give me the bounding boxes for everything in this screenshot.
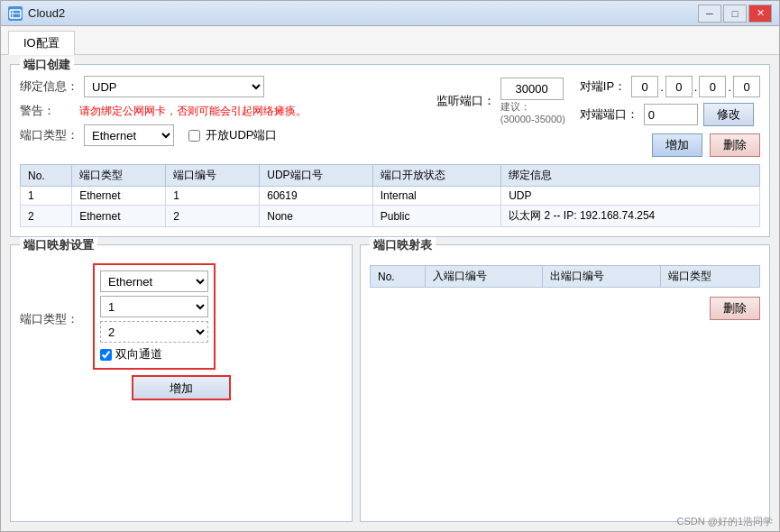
hint-text: 建议： (30000-35000) [500,100,565,124]
delete-mapping-button[interactable]: 删除 [710,297,760,320]
remote-ip-4[interactable] [733,76,760,97]
port-creation-title: 端口创建 [20,57,74,73]
cell-status: Public [372,206,501,227]
mapping-form: 端口类型： Ethernet 1 2 双向通道 增加 [20,263,343,400]
port-mapping-settings-title: 端口映射设置 [20,237,97,253]
remote-ip-3[interactable] [699,76,726,97]
warning-row: 警告： 请勿绑定公网网卡，否则可能会引起网络瘫痪。 [20,103,427,119]
map-col-no: No. [371,266,426,288]
remote-ip-row: 对端IP： . . . [580,76,760,97]
close-button[interactable]: ✕ [748,5,772,23]
bidirectional-row: 双向通道 [100,346,208,362]
cell-type: Ethernet [72,187,166,206]
mapping-type-select[interactable]: Ethernet [100,271,208,292]
open-udp-label: 开放UDP端口 [206,127,277,143]
tab-bar: IO配置 [1,26,779,55]
mapping-table: No. 入端口编号 出端口编号 端口类型 [370,265,760,288]
cell-udp: None [260,206,372,227]
watermark: CSDN @好的1浩同学 [676,515,773,528]
cell-status: Internal [372,187,501,206]
minimize-button[interactable]: ─ [698,5,721,23]
listen-port-row: 监听端口： 30000 建议： (30000-35000) 对端IP： . [436,76,760,126]
titlebar: Cloud2 ─ □ ✕ [1,1,779,26]
app-icon [8,6,23,21]
port-type-label: 端口类型： [20,127,78,143]
window-title: Cloud2 [28,6,698,20]
col-no: No. [21,165,72,187]
cell-bind: 以太网 2 -- IP: 192.168.74.254 [501,206,760,227]
main-content: 端口创建 绑定信息： UDP 警告： 请勿绑定公网网卡，否则可能会引起网络瘫痪。 [1,55,779,531]
listen-port-label: 监听端口： [436,93,495,109]
mapping-type-label: 端口类型： [20,306,87,327]
delete-port-button[interactable]: 删除 [710,133,760,157]
port-creation-right: 监听端口： 30000 建议： (30000-35000) 对端IP： . [436,76,760,157]
port-creation-main: 绑定信息： UDP 警告： 请勿绑定公网网卡，否则可能会引起网络瘫痪。 端口类型… [20,76,760,157]
cell-no: 2 [21,206,72,227]
remote-port-input[interactable] [644,104,698,125]
in-port-select[interactable]: 1 [100,296,208,317]
port-table: No. 端口类型 端口编号 UDP端口号 端口开放状态 绑定信息 1 Ether… [20,164,760,227]
warning-text: 请勿绑定公网网卡，否则可能会引起网络瘫痪。 [79,104,307,119]
port-mapping-settings-group: 端口映射设置 端口类型： Ethernet 1 2 双向通道 [10,244,353,522]
delete-mapping-container: 删除 [370,291,760,320]
mapping-type-row: 端口类型： Ethernet 1 2 双向通道 [20,263,343,370]
port-type-row: 端口类型： Ethernet 开放UDP端口 [20,124,427,146]
bidirectional-label: 双向通道 [115,346,162,362]
cell-number: 1 [166,187,260,206]
bidirectional-checkbox[interactable] [100,349,112,361]
port-type-select[interactable]: Ethernet [84,124,174,146]
add-mapping-container: 增加 [20,375,343,400]
col-type: 端口类型 [72,165,166,187]
listen-port-value: 30000 [500,78,564,100]
cell-type: Ethernet [72,206,166,227]
open-udp-checkbox[interactable] [188,130,200,142]
remote-ip-2[interactable] [665,76,693,97]
bind-info-select[interactable]: UDP [84,76,264,97]
warning-prefix: 警告： [20,103,74,119]
modify-button[interactable]: 修改 [703,103,754,126]
map-col-out: 出端口编号 [543,266,661,288]
cell-no: 1 [21,187,72,206]
cell-number: 2 [166,206,260,227]
col-udp: UDP端口号 [260,165,372,187]
col-status: 端口开放状态 [372,165,501,187]
main-window: Cloud2 ─ □ ✕ IO配置 端口创建 绑定信息： UDP [0,0,780,532]
titlebar-buttons: ─ □ ✕ [698,5,772,23]
mapping-inputs-box: Ethernet 1 2 双向通道 [93,263,216,370]
cell-bind: UDP [501,187,760,206]
map-col-in: 入端口编号 [425,266,543,288]
port-mapping-table-group: 端口映射表 No. 入端口编号 出端口编号 端口类型 删除 [360,244,770,522]
map-col-type: 端口类型 [660,266,759,288]
remote-port-row: 对端端口： 修改 [580,103,760,126]
port-mapping-table-title: 端口映射表 [370,237,436,253]
table-row[interactable]: 2 Ethernet 2 None Public 以太网 2 -- IP: 19… [21,206,760,227]
tab-io-config[interactable]: IO配置 [8,31,75,55]
port-creation-group: 端口创建 绑定信息： UDP 警告： 请勿绑定公网网卡，否则可能会引起网络瘫痪。 [10,64,770,237]
col-bind: 绑定信息 [501,165,760,187]
restore-button[interactable]: □ [723,5,747,23]
bind-info-row: 绑定信息： UDP [20,76,427,97]
col-number: 端口编号 [166,165,260,187]
bind-info-label: 绑定信息： [20,78,78,95]
cell-udp: 60619 [260,187,372,206]
remote-ip-label: 对端IP： [580,78,626,95]
out-port-select[interactable]: 2 [100,321,208,343]
remote-ip-1[interactable] [631,76,658,97]
add-mapping-button[interactable]: 增加 [132,375,231,400]
table-row[interactable]: 1 Ethernet 1 60619 Internal UDP [21,187,760,206]
remote-port-label: 对端端口： [580,106,638,123]
lower-section: 端口映射设置 端口类型： Ethernet 1 2 双向通道 [10,244,770,522]
port-creation-left: 绑定信息： UDP 警告： 请勿绑定公网网卡，否则可能会引起网络瘫痪。 端口类型… [20,76,427,157]
add-port-button[interactable]: 增加 [652,133,702,157]
